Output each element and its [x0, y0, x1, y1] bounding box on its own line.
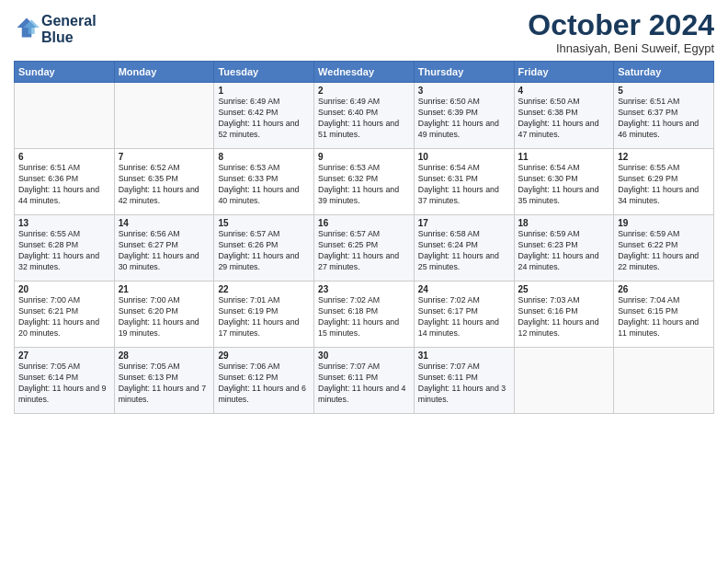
- calendar-cell: 11Sunrise: 6:54 AM Sunset: 6:30 PM Dayli…: [514, 149, 614, 215]
- cell-content: Sunrise: 6:51 AM Sunset: 6:36 PM Dayligh…: [18, 163, 110, 207]
- subtitle: Ihnasiyah, Beni Suweif, Egypt: [528, 41, 714, 55]
- calendar-cell: 30Sunrise: 7:07 AM Sunset: 6:11 PM Dayli…: [314, 348, 415, 414]
- cell-content: Sunrise: 6:56 AM Sunset: 6:27 PM Dayligh…: [119, 229, 210, 273]
- day-number: 14: [119, 218, 210, 228]
- calendar-cell: 7Sunrise: 6:52 AM Sunset: 6:35 PM Daylig…: [114, 149, 214, 215]
- day-number: 13: [18, 218, 110, 228]
- day-number: 21: [119, 284, 210, 294]
- header-day: Friday: [514, 62, 614, 83]
- day-number: 3: [418, 86, 510, 96]
- calendar-cell: [514, 348, 614, 414]
- title-block: October 2024 Ihnasiyah, Beni Suweif, Egy…: [528, 9, 714, 55]
- cell-content: Sunrise: 6:54 AM Sunset: 6:31 PM Dayligh…: [418, 163, 510, 207]
- header-row: SundayMondayTuesdayWednesdayThursdayFrid…: [15, 62, 714, 83]
- calendar-cell: 20Sunrise: 7:00 AM Sunset: 6:21 PM Dayli…: [15, 282, 115, 348]
- cell-content: Sunrise: 6:59 AM Sunset: 6:22 PM Dayligh…: [618, 229, 710, 273]
- day-number: 5: [618, 86, 710, 96]
- cell-content: Sunrise: 6:53 AM Sunset: 6:32 PM Dayligh…: [318, 163, 410, 207]
- calendar-cell: [15, 83, 115, 149]
- day-number: 20: [18, 284, 110, 294]
- day-number: 26: [618, 284, 710, 294]
- calendar-cell: 2Sunrise: 6:49 AM Sunset: 6:40 PM Daylig…: [314, 83, 415, 149]
- day-number: 16: [318, 218, 410, 228]
- day-number: 1: [218, 86, 310, 96]
- day-number: 12: [618, 152, 710, 162]
- calendar-cell: 24Sunrise: 7:02 AM Sunset: 6:17 PM Dayli…: [414, 282, 514, 348]
- day-number: 30: [318, 350, 410, 361]
- day-number: 10: [418, 152, 510, 162]
- day-number: 29: [218, 350, 310, 361]
- calendar-cell: 27Sunrise: 7:05 AM Sunset: 6:14 PM Dayli…: [15, 348, 115, 414]
- calendar-cell: 16Sunrise: 6:57 AM Sunset: 6:25 PM Dayli…: [314, 215, 415, 282]
- day-number: 23: [318, 284, 410, 294]
- cell-content: Sunrise: 6:55 AM Sunset: 6:29 PM Dayligh…: [618, 163, 710, 207]
- cell-content: Sunrise: 6:50 AM Sunset: 6:39 PM Dayligh…: [418, 97, 510, 141]
- day-number: 24: [418, 284, 510, 294]
- day-number: 18: [518, 218, 610, 228]
- calendar-cell: [114, 83, 214, 149]
- header-day: Tuesday: [214, 62, 314, 83]
- calendar-cell: 17Sunrise: 6:58 AM Sunset: 6:24 PM Dayli…: [414, 215, 514, 282]
- header-day: Wednesday: [314, 62, 415, 83]
- day-number: 28: [119, 350, 210, 361]
- logo: General Blue: [14, 13, 97, 45]
- cell-content: Sunrise: 7:01 AM Sunset: 6:19 PM Dayligh…: [218, 295, 310, 339]
- header-day: Thursday: [414, 62, 514, 83]
- header: General Blue October 2024 Ihnasiyah, Ben…: [14, 9, 714, 55]
- day-number: 27: [18, 350, 110, 361]
- calendar-cell: 28Sunrise: 7:05 AM Sunset: 6:13 PM Dayli…: [114, 348, 214, 414]
- cell-content: Sunrise: 6:57 AM Sunset: 6:26 PM Dayligh…: [218, 229, 310, 273]
- cell-content: Sunrise: 6:53 AM Sunset: 6:33 PM Dayligh…: [218, 163, 310, 207]
- day-number: 15: [218, 218, 310, 228]
- header-day: Saturday: [614, 62, 714, 83]
- calendar-week: 6Sunrise: 6:51 AM Sunset: 6:36 PM Daylig…: [15, 149, 714, 215]
- calendar-cell: 10Sunrise: 6:54 AM Sunset: 6:31 PM Dayli…: [414, 149, 514, 215]
- cell-content: Sunrise: 6:57 AM Sunset: 6:25 PM Dayligh…: [318, 229, 410, 273]
- day-number: 8: [218, 152, 310, 162]
- calendar-cell: 9Sunrise: 6:53 AM Sunset: 6:32 PM Daylig…: [314, 149, 415, 215]
- day-number: 6: [18, 152, 110, 162]
- logo-line1: General: [41, 13, 97, 29]
- calendar-week: 20Sunrise: 7:00 AM Sunset: 6:21 PM Dayli…: [15, 282, 714, 348]
- logo-line2: Blue: [41, 29, 97, 46]
- calendar-cell: 4Sunrise: 6:50 AM Sunset: 6:38 PM Daylig…: [514, 83, 614, 149]
- cell-content: Sunrise: 6:52 AM Sunset: 6:35 PM Dayligh…: [119, 163, 210, 207]
- cell-content: Sunrise: 7:02 AM Sunset: 6:18 PM Dayligh…: [318, 295, 410, 339]
- calendar-cell: 15Sunrise: 6:57 AM Sunset: 6:26 PM Dayli…: [214, 215, 314, 282]
- cell-content: Sunrise: 7:07 AM Sunset: 6:11 PM Dayligh…: [418, 362, 510, 406]
- calendar-cell: 12Sunrise: 6:55 AM Sunset: 6:29 PM Dayli…: [614, 149, 714, 215]
- calendar-cell: 6Sunrise: 6:51 AM Sunset: 6:36 PM Daylig…: [15, 149, 115, 215]
- calendar-cell: 1Sunrise: 6:49 AM Sunset: 6:42 PM Daylig…: [214, 83, 314, 149]
- header-day: Sunday: [15, 62, 115, 83]
- header-day: Monday: [114, 62, 214, 83]
- cell-content: Sunrise: 7:05 AM Sunset: 6:14 PM Dayligh…: [18, 362, 110, 406]
- month-title: October 2024: [528, 9, 714, 41]
- cell-content: Sunrise: 7:05 AM Sunset: 6:13 PM Dayligh…: [119, 362, 210, 406]
- cell-content: Sunrise: 6:55 AM Sunset: 6:28 PM Dayligh…: [18, 229, 110, 273]
- cell-content: Sunrise: 7:02 AM Sunset: 6:17 PM Dayligh…: [418, 295, 510, 339]
- calendar-cell: 26Sunrise: 7:04 AM Sunset: 6:15 PM Dayli…: [614, 282, 714, 348]
- day-number: 7: [119, 152, 210, 162]
- day-number: 19: [618, 218, 710, 228]
- calendar-cell: 31Sunrise: 7:07 AM Sunset: 6:11 PM Dayli…: [414, 348, 514, 414]
- cell-content: Sunrise: 6:50 AM Sunset: 6:38 PM Dayligh…: [518, 97, 610, 141]
- calendar-cell: 25Sunrise: 7:03 AM Sunset: 6:16 PM Dayli…: [514, 282, 614, 348]
- cell-content: Sunrise: 6:51 AM Sunset: 6:37 PM Dayligh…: [618, 97, 710, 141]
- cell-content: Sunrise: 7:07 AM Sunset: 6:11 PM Dayligh…: [318, 362, 410, 406]
- page: General Blue October 2024 Ihnasiyah, Ben…: [0, 0, 728, 563]
- calendar-cell: 5Sunrise: 6:51 AM Sunset: 6:37 PM Daylig…: [614, 83, 714, 149]
- day-number: 2: [318, 86, 410, 96]
- cell-content: Sunrise: 6:58 AM Sunset: 6:24 PM Dayligh…: [418, 229, 510, 273]
- cell-content: Sunrise: 7:00 AM Sunset: 6:21 PM Dayligh…: [18, 295, 110, 339]
- logo-icon: [14, 15, 40, 40]
- cell-content: Sunrise: 7:06 AM Sunset: 6:12 PM Dayligh…: [218, 362, 310, 406]
- cell-content: Sunrise: 7:04 AM Sunset: 6:15 PM Dayligh…: [618, 295, 710, 339]
- cell-content: Sunrise: 6:54 AM Sunset: 6:30 PM Dayligh…: [518, 163, 610, 207]
- day-number: 9: [318, 152, 410, 162]
- day-number: 22: [218, 284, 310, 294]
- cell-content: Sunrise: 7:03 AM Sunset: 6:16 PM Dayligh…: [518, 295, 610, 339]
- calendar-cell: [614, 348, 714, 414]
- day-number: 25: [518, 284, 610, 294]
- calendar-cell: 13Sunrise: 6:55 AM Sunset: 6:28 PM Dayli…: [15, 215, 115, 282]
- calendar-week: 27Sunrise: 7:05 AM Sunset: 6:14 PM Dayli…: [15, 348, 714, 414]
